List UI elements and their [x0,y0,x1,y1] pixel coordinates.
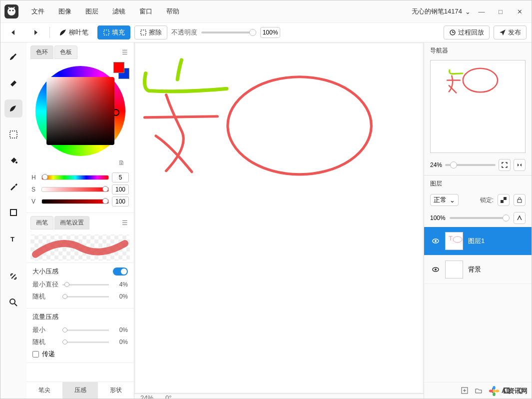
layer-thumbnail: T [445,232,463,250]
flip-button[interactable] [514,159,526,171]
layer-thumbnail [445,260,463,278]
playback-button[interactable]: 过程回放 [444,26,490,40]
tool-strip: T [0,42,26,398]
layer-name: 图层1 [468,236,485,246]
lock-label: 锁定: [480,196,494,204]
min-diameter-slider[interactable] [62,284,109,286]
foreground-swatch[interactable] [113,62,124,73]
tool-smudge[interactable] [4,100,22,118]
svg-point-2 [12,10,14,12]
value-slider[interactable] [41,199,109,204]
status-angle: 0° [165,394,171,399]
size-pressure-toggle[interactable] [113,268,128,276]
tab-brush[interactable]: 画笔 [30,216,53,230]
fill-button[interactable]: 填充 [97,26,130,40]
layer-name: 背景 [468,265,481,274]
lock-all-button[interactable] [514,194,526,206]
svg-point-7 [15,162,17,164]
clip-mask-button[interactable] [514,212,526,224]
canvas-area: 24% 0° [134,42,424,398]
btab-shape[interactable]: 形状 [98,382,134,398]
brush-panel-menu-icon[interactable]: ☰ [120,217,130,228]
tab-color-ring[interactable]: 色环 [30,46,53,59]
menu-window[interactable]: 窗口 [132,4,159,19]
tool-marquee[interactable] [4,126,22,144]
chevron-down-icon: ⌄ [450,196,455,204]
history-icon [449,29,456,36]
size-random-label: 随机 [32,292,58,301]
opacity-slider[interactable] [201,32,256,34]
blend-mode-select[interactable]: 正常⌄ [430,194,459,206]
visibility-icon[interactable] [431,236,440,246]
tool-eraser[interactable] [4,74,22,92]
menu-layer[interactable]: 图层 [78,4,105,19]
username[interactable]: 无心的钢笔14174 [412,7,462,16]
layer-opacity-slider[interactable] [450,217,510,219]
pass-checkbox[interactable]: 传递 [32,350,128,358]
mask-button[interactable] [503,386,511,394]
tool-transform[interactable] [4,268,22,286]
svg-rect-3 [104,30,109,35]
maximize-button[interactable]: □ [493,4,509,18]
flow-min-slider[interactable] [62,330,109,331]
color-wheel[interactable] [35,66,125,156]
menu-image[interactable]: 图像 [51,4,78,19]
saturation-slider[interactable] [41,187,109,192]
doc-icon[interactable]: 🗎 [31,159,129,166]
tab-brush-settings[interactable]: 画笔设置 [54,216,89,230]
nav-zoom-slider[interactable] [445,164,496,166]
layer-row[interactable]: 背景 [424,256,532,284]
brush-name[interactable]: 柳叶笔 [54,26,93,40]
fill-icon [103,29,110,36]
canvas[interactable] [135,44,423,392]
brush-preview [30,234,130,260]
fit-screen-button[interactable] [499,159,511,171]
new-layer-button[interactable] [461,386,469,394]
delete-layer-button[interactable] [517,386,525,394]
flow-random-slider[interactable] [62,342,109,343]
erase-mode-button[interactable]: 擦除 [134,26,167,40]
navigator-preview[interactable] [430,60,526,153]
lock-transparent-button[interactable] [498,194,510,206]
hue-slider[interactable] [41,175,109,180]
btab-pressure[interactable]: 压感 [62,382,98,398]
tool-zoom[interactable] [4,294,22,312]
tool-eyedropper[interactable] [4,178,22,196]
svg-point-19 [453,236,462,242]
opacity-value[interactable]: 100% [260,27,280,38]
tool-options-bar: 柳叶笔 填充 擦除 不透明度 100% 过程回放 发布 [0,22,532,42]
menu-filter[interactable]: 滤镜 [105,4,132,19]
panel-menu-icon[interactable]: ☰ [120,46,130,58]
visibility-icon[interactable] [431,265,440,274]
menu-help[interactable]: 帮助 [159,4,186,19]
saturation-value[interactable]: 100 [112,184,129,194]
hue-value[interactable]: 5 [112,172,129,182]
tool-shape[interactable] [4,204,22,222]
tool-brush[interactable] [4,48,22,66]
tool-bucket[interactable] [4,152,22,170]
tab-color-swatches[interactable]: 色板 [54,46,77,59]
redo-button[interactable] [27,26,45,40]
user-chevron-icon[interactable]: ⌄ [465,8,471,16]
publish-button[interactable]: 发布 [494,26,527,40]
size-random-slider[interactable] [62,296,109,298]
btab-tip[interactable]: 笔尖 [26,382,62,398]
left-panels: 色环 色板 ☰ 🗎 H5 S100 V100 画笔 画笔设置 ☰ [26,42,134,398]
menu-file[interactable]: 文件 [24,4,51,19]
layer-actions [424,382,532,398]
svg-rect-16 [518,200,522,202]
layer-row[interactable]: T 图层1 [424,227,532,256]
svg-text:T: T [449,234,453,242]
new-folder-button[interactable] [475,386,483,394]
undo-button[interactable] [5,26,23,40]
value-value[interactable]: 100 [112,196,129,206]
merge-down-button[interactable] [489,386,497,394]
right-panels: 导航器 24% 图层 正常⌄ 锁定: 100% [424,42,532,398]
layer-list: T 图层1 背景 [424,227,532,382]
svg-text:T: T [10,236,14,243]
close-button[interactable]: ✕ [512,4,528,18]
send-icon [499,29,506,36]
minimize-button[interactable]: — [474,4,490,18]
svg-point-22 [435,268,437,270]
tool-text[interactable]: T [4,230,22,248]
